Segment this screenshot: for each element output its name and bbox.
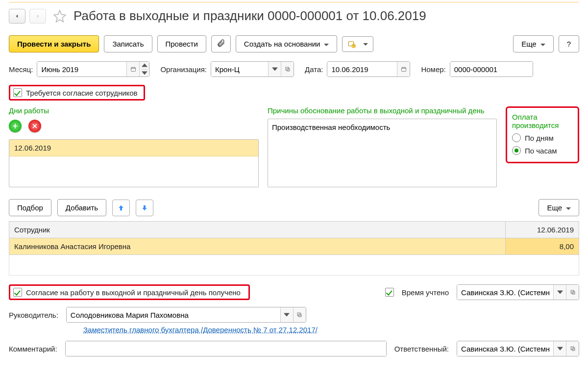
- svg-rect-4: [401, 68, 406, 72]
- table-empty-area: [9, 255, 579, 276]
- add-day-button[interactable]: [9, 120, 22, 132]
- page-title: Работа в выходные и праздники 0000-00000…: [74, 8, 426, 24]
- add-button[interactable]: Добавить: [57, 199, 106, 216]
- manager-label: Руководитель:: [9, 311, 58, 319]
- back-button[interactable]: [9, 9, 25, 24]
- payment-by-hours-label: По часам: [525, 147, 557, 155]
- manager-input[interactable]: [67, 307, 280, 322]
- payment-by-hours-radio[interactable]: По часам: [512, 146, 573, 155]
- attach-button[interactable]: [211, 35, 231, 52]
- org-field[interactable]: [211, 61, 294, 77]
- number-field[interactable]: [450, 61, 533, 77]
- time-user-field[interactable]: [457, 284, 579, 300]
- org-label: Организация:: [160, 65, 207, 74]
- time-considered-checkbox[interactable]: [385, 288, 394, 297]
- manager-field[interactable]: [66, 307, 306, 323]
- comment-input[interactable]: [66, 341, 386, 356]
- favorite-star-icon[interactable]: [53, 9, 67, 23]
- month-label: Месяц:: [9, 65, 33, 74]
- manager-sub-link[interactable]: Заместитель главного бухгалтера /Доверен…: [83, 326, 579, 334]
- save-button[interactable]: Записать: [104, 35, 152, 52]
- consent-required-label: Требуется согласие сотрудников: [26, 89, 138, 97]
- time-user-dropdown[interactable]: [553, 285, 566, 300]
- pick-button[interactable]: Подбор: [9, 199, 51, 216]
- calendar-pin-icon: [347, 40, 356, 49]
- org-dropdown-button[interactable]: [268, 62, 281, 76]
- delete-day-button[interactable]: [28, 120, 41, 132]
- move-down-button[interactable]: [136, 200, 153, 216]
- payment-title-2: производится: [512, 121, 573, 129]
- responsible-dropdown[interactable]: [553, 341, 566, 356]
- comment-label: Комментарий:: [9, 345, 57, 353]
- consent-received-highlight: Согласие на работу в выходной и празднич…: [9, 284, 250, 300]
- create-based-button[interactable]: Создать на основании: [236, 35, 338, 52]
- payment-title-1: Оплата: [512, 113, 573, 121]
- post-and-close-button[interactable]: Провести и закрыть: [9, 35, 99, 52]
- svg-rect-3: [286, 67, 289, 70]
- org-input[interactable]: [211, 62, 268, 76]
- time-considered-label: Время учтено: [402, 288, 449, 297]
- help-button[interactable]: ?: [559, 35, 579, 52]
- number-input[interactable]: [450, 62, 533, 76]
- svg-rect-6: [297, 313, 300, 316]
- reason-title: Причины обоснование работы в выходной и …: [268, 106, 497, 115]
- consent-received-label: Согласие на работу в выходной и празднич…: [26, 288, 241, 297]
- month-calendar-button[interactable]: [126, 62, 139, 76]
- date-field[interactable]: [327, 61, 410, 77]
- payment-highlight: Оплата производится По дням По часам: [506, 106, 579, 163]
- svg-rect-2: [131, 68, 135, 72]
- date-input[interactable]: [327, 62, 397, 76]
- month-stepper[interactable]: [139, 62, 149, 76]
- consent-received-checkbox[interactable]: [13, 288, 22, 297]
- date-calendar-button[interactable]: [397, 62, 410, 76]
- employee-cell[interactable]: Калинникова Анастасия Игоревна: [9, 238, 506, 255]
- paperclip-icon: [217, 39, 225, 49]
- employee-row[interactable]: Калинникова Анастасия Игоревна 8,00: [9, 238, 579, 255]
- month-input[interactable]: [37, 62, 126, 76]
- svg-rect-5: [571, 290, 574, 293]
- col-employee[interactable]: Сотрудник: [9, 222, 506, 238]
- reason-textarea[interactable]: Производственная необходимость: [268, 119, 497, 187]
- manager-dropdown[interactable]: [280, 307, 293, 322]
- workday-row[interactable]: 12.06.2019: [9, 140, 258, 156]
- time-user-input[interactable]: [457, 285, 553, 300]
- employees-table[interactable]: Сотрудник 12.06.2019 Калинникова Анастас…: [9, 221, 579, 255]
- month-field[interactable]: [37, 61, 149, 77]
- workdays-title: Дни работы: [9, 106, 259, 115]
- table-more-button[interactable]: Еще: [539, 199, 579, 216]
- manager-open[interactable]: [293, 307, 306, 322]
- date-label: Дата:: [305, 65, 323, 74]
- forward-button[interactable]: [29, 9, 46, 24]
- hours-cell[interactable]: 8,00: [506, 238, 579, 255]
- responsible-field[interactable]: [457, 341, 579, 356]
- comment-field[interactable]: [65, 341, 387, 356]
- number-label: Номер:: [421, 65, 445, 74]
- workdays-list[interactable]: 12.06.2019: [9, 139, 259, 187]
- svg-rect-7: [571, 347, 574, 350]
- time-user-open[interactable]: [566, 285, 579, 300]
- col-date[interactable]: 12.06.2019: [506, 222, 579, 238]
- more-button[interactable]: Еще: [513, 35, 554, 52]
- consent-required-highlight: Требуется согласие сотрудников: [9, 85, 145, 101]
- responsible-input[interactable]: [457, 341, 553, 356]
- payment-by-days-label: По дням: [525, 134, 554, 142]
- responsible-label: Ответственный:: [394, 345, 449, 353]
- post-button[interactable]: Провести: [157, 35, 206, 52]
- consent-required-checkbox[interactable]: [13, 88, 22, 97]
- move-up-button[interactable]: [112, 200, 130, 216]
- org-open-button[interactable]: [281, 62, 294, 76]
- payment-by-days-radio[interactable]: По дням: [512, 133, 573, 142]
- calendar-pin-button[interactable]: [342, 36, 373, 52]
- responsible-open[interactable]: [566, 341, 579, 356]
